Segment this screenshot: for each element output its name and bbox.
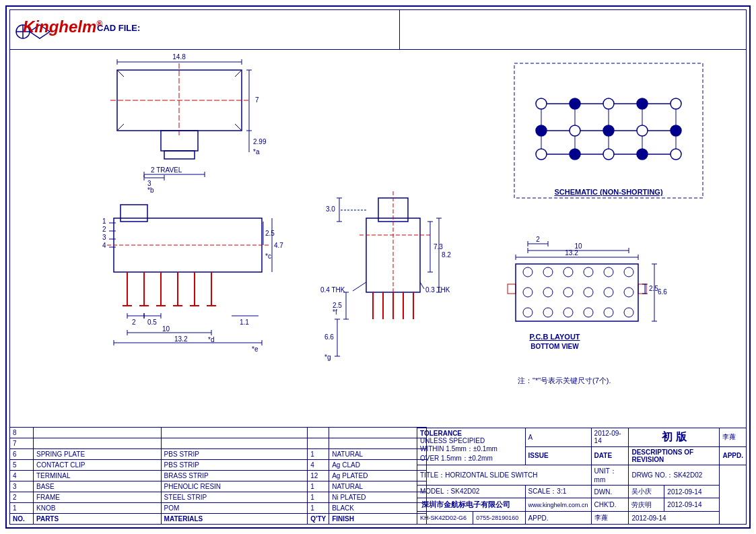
svg-line-10 <box>235 124 242 131</box>
bom-no-2: 2 <box>10 492 34 503</box>
bom-no-1: 1 <box>10 503 34 514</box>
bom-cell <box>34 438 162 449</box>
bom-parts-5: CONTACT CLIP <box>34 460 162 471</box>
svg-point-172 <box>570 125 580 136</box>
bom-cell <box>161 428 308 438</box>
svg-text:*g: *g <box>324 354 331 361</box>
bom-cell: 7 <box>10 438 34 449</box>
dwn-person: 吴小庆 <box>629 486 664 498</box>
descriptions-label: DESCRIPTIONS OF REVISION <box>629 446 720 465</box>
kinghelm-logo: Kinghelm® <box>23 18 102 36</box>
title-row-model: MODEL：SK42D02 SCALE：3:1 DWN. 吴小庆 2012-09… <box>417 486 747 498</box>
svg-point-189 <box>671 149 681 160</box>
svg-point-126 <box>584 288 593 297</box>
cad-file-label: CAD FILE: <box>97 23 140 33</box>
bom-parts-6: SPRING PLATE <box>34 449 162 460</box>
svg-text:*d: *d <box>208 336 214 343</box>
svg-point-171 <box>536 125 547 136</box>
svg-text:14.8: 14.8 <box>172 53 186 61</box>
svg-line-101 <box>420 282 424 289</box>
bom-row-4: 4 TERMINAL BRASS STRIP 12 Ag PLATED <box>10 471 427 481</box>
svg-text:*a: *a <box>253 148 260 156</box>
bom-row-3: 3 BASE PHENOLIC RESIN 1 NATURAL <box>10 481 427 492</box>
bom-materials-4: BRASS STRIP <box>161 471 308 481</box>
title-row-company: 深圳市金航标电子有限公司 www.kinghelm.com.cn CHK'D. … <box>417 498 747 512</box>
bom-materials-6: PBS STRIP <box>161 449 308 460</box>
svg-point-125 <box>563 288 573 297</box>
bom-cell <box>161 438 308 449</box>
svg-point-130 <box>543 308 553 317</box>
bom-cell <box>308 438 329 449</box>
bom-materials-5: PBS STRIP <box>161 460 308 471</box>
svg-point-129 <box>523 308 532 317</box>
svg-line-9 <box>117 124 124 131</box>
svg-text:7: 7 <box>255 96 259 104</box>
svg-point-121 <box>604 267 613 277</box>
bom-header-finish: FINISH <box>329 514 427 525</box>
tolerance-within: WITHIN 1.5mm：±0.1mm <box>420 444 522 454</box>
svg-text:2.99: 2.99 <box>253 138 267 145</box>
svg-point-185 <box>536 149 547 160</box>
svg-text:2: 2 <box>102 226 106 233</box>
svg-text:P.C.B LAYOUT: P.C.B LAYOUT <box>529 333 580 341</box>
svg-point-117 <box>523 267 532 277</box>
initial-version: 初 版 <box>629 428 720 447</box>
bom-no-5: 5 <box>10 460 34 471</box>
appd-label: APPD. <box>720 446 747 465</box>
svg-text:*b: *b <box>147 187 154 194</box>
tolerance-cell: TOLERANCE UNLESS SPECIPIED WITHIN 1.5mm：… <box>417 428 526 465</box>
bom-materials-3: PHENOLIC RESIN <box>161 481 308 492</box>
bom-header: NO. PARTS MATERIALS Q'TY FINISH <box>10 514 427 525</box>
bom-parts-4: TERMINAL <box>34 471 162 481</box>
title-value: HORIZONTAL SLIDE SWITCH <box>445 471 537 479</box>
scale-cell: SCALE：3:1 <box>525 486 591 498</box>
bom-materials-2: STEEL STRIP <box>161 492 308 503</box>
svg-text:13.2: 13.2 <box>174 335 188 343</box>
bom-no-6: 6 <box>10 449 34 460</box>
svg-point-163 <box>570 98 580 109</box>
svg-text:3.0: 3.0 <box>326 205 335 213</box>
svg-point-165 <box>637 98 648 109</box>
svg-line-8 <box>235 70 242 77</box>
bom-row-1: 1 KNOB POM 1 BLACK <box>10 503 427 514</box>
bom-no-4: 4 <box>10 471 34 481</box>
bom-cell: 8 <box>10 428 34 438</box>
bom-finish-6: NATURAL <box>329 449 427 460</box>
svg-point-162 <box>536 98 547 109</box>
main-drawing-svg: 14.8 7 2.99 *a 2 TRAVEL 3 *b 1 2 3 4 <box>9 50 747 427</box>
svg-text:*f: *f <box>333 308 337 316</box>
issue-label: ISSUE <box>525 446 591 465</box>
svg-text:7.3: 7.3 <box>434 243 443 251</box>
svg-text:1.1: 1.1 <box>240 319 249 326</box>
svg-text:2 TRAVEL: 2 TRAVEL <box>151 166 182 174</box>
bom-parts-1: KNOB <box>34 503 162 514</box>
title-table: TOLERANCE UNLESS SPECIPIED WITHIN 1.5mm：… <box>417 428 747 525</box>
svg-rect-135 <box>508 284 516 294</box>
bom-qty-3: 1 <box>308 481 329 492</box>
logo-text: Kinghelm <box>23 18 96 36</box>
svg-text:8.2: 8.2 <box>442 251 451 259</box>
unit-label: UNIT：mm <box>591 465 629 486</box>
svg-text:10: 10 <box>574 242 582 250</box>
svg-text:*e: *e <box>252 345 259 353</box>
bom-row-6: 6 SPRING PLATE PBS STRIP 1 NATURAL <box>10 449 427 460</box>
rev-person: 李蕹 <box>720 428 747 447</box>
logo-tm: ® <box>96 19 102 28</box>
title-label-cell: TITLE：HORIZONTAL SLIDE SWITCH <box>417 465 592 486</box>
header-section: CAD FILE: Kinghelm® <box>9 9 747 50</box>
part-no: KH-SK42D02-G6 <box>417 512 473 525</box>
appd-person-cell: 李蕹 <box>591 512 629 525</box>
svg-text:SCHEMATIC (NON-SHORTING): SCHEMATIC (NON-SHORTING) <box>554 188 662 196</box>
chkd-person: 劳庆明 <box>629 498 664 512</box>
svg-text:*c: *c <box>265 253 271 260</box>
bom-qty-6: 1 <box>308 449 329 460</box>
bom-cell <box>34 428 162 438</box>
bom-qty-2: 1 <box>308 492 329 503</box>
title-row-tolerance: TOLERANCE UNLESS SPECIPIED WITHIN 1.5mm：… <box>417 428 747 447</box>
bom-cell <box>329 438 427 449</box>
svg-line-99 <box>353 282 366 291</box>
bom-parts-2: FRAME <box>34 492 162 503</box>
title-row-main: TITLE：HORIZONTAL SLIDE SWITCH UNIT：mm DR… <box>417 465 747 486</box>
bom-row-2: 2 FRAME STEEL STRIP 1 Ni PLATED <box>10 492 427 503</box>
dwn-date: 2012-09-14 <box>664 486 720 498</box>
